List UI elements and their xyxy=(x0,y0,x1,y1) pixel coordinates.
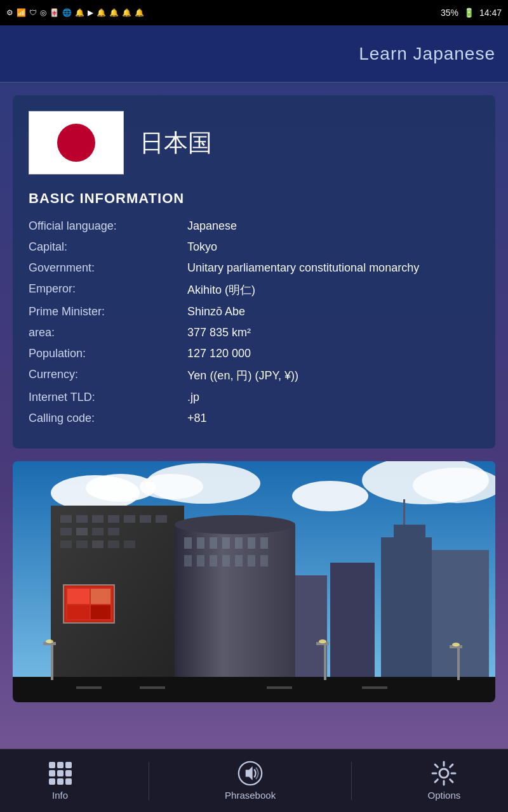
bell2-icon: 🔔 xyxy=(97,8,106,17)
svg-rect-47 xyxy=(260,537,268,549)
nav-divider xyxy=(351,762,352,800)
nav-divider xyxy=(149,762,149,800)
nav-item-info[interactable]: Info xyxy=(29,754,92,807)
dot xyxy=(57,770,64,776)
svg-point-40 xyxy=(175,515,295,534)
value-tld: .jp xyxy=(187,391,479,404)
svg-rect-42 xyxy=(197,537,204,549)
svg-point-68 xyxy=(452,643,460,646)
gear-icon xyxy=(431,761,457,786)
label-currency: Currency: xyxy=(29,368,187,381)
bell5-icon: 🔔 xyxy=(135,8,144,17)
value-population: 127 120 000 xyxy=(187,347,479,360)
label-capital: Capital: xyxy=(29,240,187,254)
buildings-svg: ♦ xyxy=(13,461,495,702)
svg-rect-16 xyxy=(76,515,88,523)
svg-rect-26 xyxy=(60,540,72,548)
svg-rect-48 xyxy=(184,555,192,566)
info-card: 日本国 BASIC INFORMATION Official language:… xyxy=(13,95,495,449)
play-icon: ▶ xyxy=(88,8,93,17)
table-row: Official language: Japanese xyxy=(29,219,479,233)
svg-rect-28 xyxy=(92,540,104,548)
value-currency: Yen ((en, 円) (JPY, ¥)) xyxy=(187,368,479,383)
svg-rect-34 xyxy=(91,589,110,604)
time-display: 14:47 xyxy=(479,8,502,18)
svg-rect-56 xyxy=(76,686,102,689)
bell-icon: 🔔 xyxy=(75,8,84,17)
japan-flag xyxy=(29,111,124,174)
svg-rect-51 xyxy=(222,555,230,566)
svg-rect-22 xyxy=(60,528,72,535)
svg-rect-39 xyxy=(175,525,295,702)
value-area: 377 835 km² xyxy=(187,326,479,339)
nav-item-phrasebook[interactable]: Phrasebook xyxy=(206,754,295,807)
svg-rect-21 xyxy=(156,515,167,523)
value-official-language: Japanese xyxy=(187,219,479,233)
phrasebook-label: Phrasebook xyxy=(225,790,276,801)
svg-point-5 xyxy=(292,481,368,511)
table-row: Emperor: Akihito (明仁) xyxy=(29,282,479,298)
svg-rect-52 xyxy=(235,555,243,566)
title-bar: Learn Japanese xyxy=(0,25,508,82)
svg-rect-36 xyxy=(91,605,110,619)
options-nav-icon xyxy=(431,761,457,786)
value-pm: Shinzō Abe xyxy=(187,305,479,318)
label-pm: Prime Minister: xyxy=(29,305,187,318)
app-icon-2: 🌐 xyxy=(62,8,72,17)
phrasebook-nav-icon xyxy=(237,761,263,786)
svg-point-62 xyxy=(46,639,53,643)
svg-rect-23 xyxy=(76,528,88,535)
svg-rect-25 xyxy=(108,528,119,535)
svg-rect-24 xyxy=(92,528,104,535)
svg-rect-45 xyxy=(235,537,243,549)
section-title: BASIC INFORMATION xyxy=(29,190,479,207)
svg-rect-13 xyxy=(403,499,405,525)
dot xyxy=(57,762,64,768)
svg-point-65 xyxy=(319,639,326,643)
table-row: Calling code: +81 xyxy=(29,412,479,425)
svg-rect-29 xyxy=(108,540,119,548)
svg-rect-53 xyxy=(248,555,255,566)
svg-rect-9 xyxy=(394,525,425,537)
battery-icon: 🔋 xyxy=(464,8,474,18)
svg-rect-18 xyxy=(108,515,119,523)
table-row: Currency: Yen ((en, 円) (JPY, ¥)) xyxy=(29,368,479,383)
dot xyxy=(65,762,72,768)
app-icon-1: 🀄 xyxy=(50,8,59,17)
table-row: Internet TLD: .jp xyxy=(29,391,479,404)
svg-rect-57 xyxy=(140,686,165,689)
speaker-icon xyxy=(237,759,263,787)
city-photo: ♦ xyxy=(13,461,495,702)
svg-rect-41 xyxy=(184,537,192,549)
svg-rect-46 xyxy=(248,537,255,549)
svg-point-4 xyxy=(140,474,203,499)
options-label: Options xyxy=(428,790,461,801)
svg-rect-30 xyxy=(124,540,135,548)
app-title: Learn Japanese xyxy=(359,44,495,64)
table-row: Government: Unitary parliamentary consti… xyxy=(29,261,479,275)
status-bar: ⚙ 📶 🛡 ◎ 🀄 🌐 🔔 ▶ 🔔 🔔 🔔 🔔 35% 🔋 14:47 xyxy=(0,0,508,25)
dot xyxy=(49,778,55,785)
label-government: Government: xyxy=(29,261,187,275)
sim-icon: 📶 xyxy=(17,8,26,17)
label-population: Population: xyxy=(29,347,187,360)
svg-rect-60 xyxy=(51,642,53,680)
grid-icon xyxy=(49,762,72,785)
battery-percent: 35% xyxy=(441,8,458,18)
bell4-icon: 🔔 xyxy=(122,8,131,17)
settings-icon: ⚙ xyxy=(6,8,13,17)
svg-rect-27 xyxy=(76,540,88,548)
circle-icon: ◎ xyxy=(40,8,46,17)
nav-item-options[interactable]: Options xyxy=(409,754,480,807)
value-calling: +81 xyxy=(187,412,479,425)
dot xyxy=(65,778,72,785)
table-row: Population: 127 120 000 xyxy=(29,347,479,360)
table-row: Prime Minister: Shinzō Abe xyxy=(29,305,479,318)
label-calling: Calling code: xyxy=(29,412,187,425)
city-scene: ♦ xyxy=(13,461,495,702)
svg-marker-70 xyxy=(246,766,253,780)
svg-rect-58 xyxy=(267,686,292,689)
svg-rect-54 xyxy=(260,555,268,566)
table-row: Capital: Tokyo xyxy=(29,240,479,254)
info-nav-icon xyxy=(48,761,73,786)
